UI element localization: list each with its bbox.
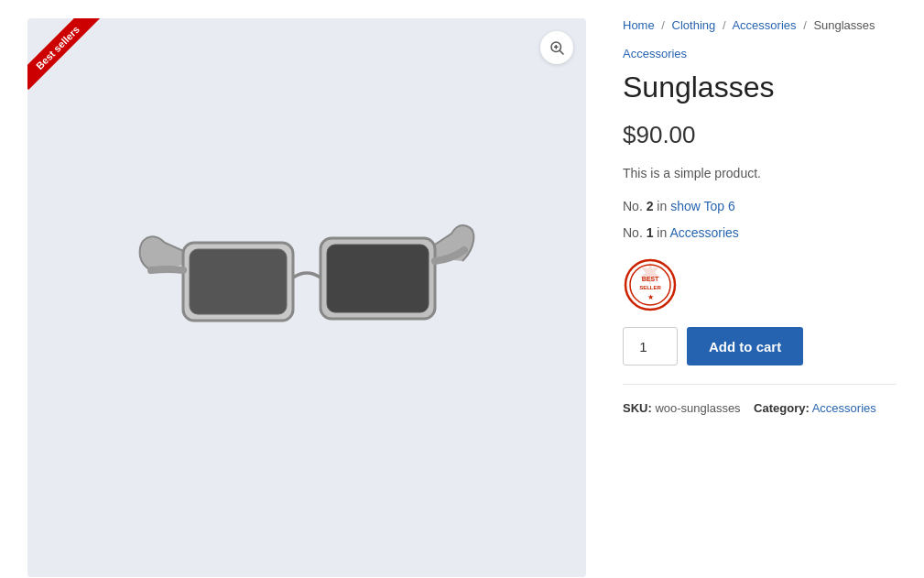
breadcrumb-clothing[interactable]: Clothing xyxy=(672,18,716,32)
breadcrumb: Home / Clothing / Accessories / Sunglass… xyxy=(623,18,897,32)
svg-text:BEST: BEST xyxy=(642,276,659,282)
sku-value-text: woo-sunglasses xyxy=(655,401,740,415)
bestseller-stamp: BEST SELLER ★ xyxy=(623,257,678,312)
ranking-1-prefix: No. xyxy=(623,199,647,213)
add-to-cart-button[interactable]: Add to cart xyxy=(687,327,803,365)
product-image-wrapper: Best sellers xyxy=(27,18,586,577)
best-sellers-ribbon: Best sellers xyxy=(27,18,110,101)
product-title: Sunglasses xyxy=(623,70,897,104)
ranking-1-middle: in xyxy=(653,199,670,213)
ranking-row-2: No. 1 in Accessories xyxy=(623,223,897,243)
category-meta-label: Category: xyxy=(754,401,810,415)
svg-rect-5 xyxy=(190,249,287,314)
zoom-icon xyxy=(549,39,565,56)
product-divider xyxy=(623,384,897,385)
svg-text:SELLER: SELLER xyxy=(639,285,661,290)
category-meta-link[interactable]: Accessories xyxy=(812,401,876,415)
category-link-row: Accessories xyxy=(623,47,897,60)
breadcrumb-sep-3: / xyxy=(803,18,807,32)
quantity-input[interactable] xyxy=(623,327,678,365)
breadcrumb-accessories[interactable]: Accessories xyxy=(732,18,796,32)
breadcrumb-home[interactable]: Home xyxy=(623,18,655,32)
zoom-icon-button[interactable] xyxy=(540,31,573,64)
sku-label: SKU: xyxy=(623,401,652,415)
page-container: Best sellers xyxy=(0,0,924,578)
category-link[interactable]: Accessories xyxy=(623,47,687,60)
breadcrumb-sep-1: / xyxy=(661,18,665,32)
svg-line-1 xyxy=(560,50,563,54)
product-info-section: Home / Clothing / Accessories / Sunglass… xyxy=(623,18,897,577)
breadcrumb-current: Sunglasses xyxy=(813,18,875,32)
ranking-2-middle: in xyxy=(653,225,669,240)
ribbon-text: Best sellers xyxy=(27,18,100,90)
ranking-2-prefix: No. xyxy=(623,225,647,240)
svg-rect-7 xyxy=(327,245,429,312)
sunglasses-image xyxy=(133,169,481,426)
product-price: $90.00 xyxy=(623,121,897,149)
add-to-cart-row: Add to cart xyxy=(623,327,897,365)
ranking-2-link[interactable]: Accessories xyxy=(669,225,738,240)
product-meta: SKU: woo-sunglasses Category: Accessorie… xyxy=(623,398,897,419)
breadcrumb-sep-2: / xyxy=(723,18,726,32)
product-short-description: This is a simple product. xyxy=(623,164,897,183)
product-image-section: Best sellers xyxy=(27,18,586,577)
ranking-1-link[interactable]: show Top 6 xyxy=(670,199,735,213)
ranking-row-1: No. 2 in show Top 6 xyxy=(623,196,897,216)
svg-text:★: ★ xyxy=(647,293,654,301)
